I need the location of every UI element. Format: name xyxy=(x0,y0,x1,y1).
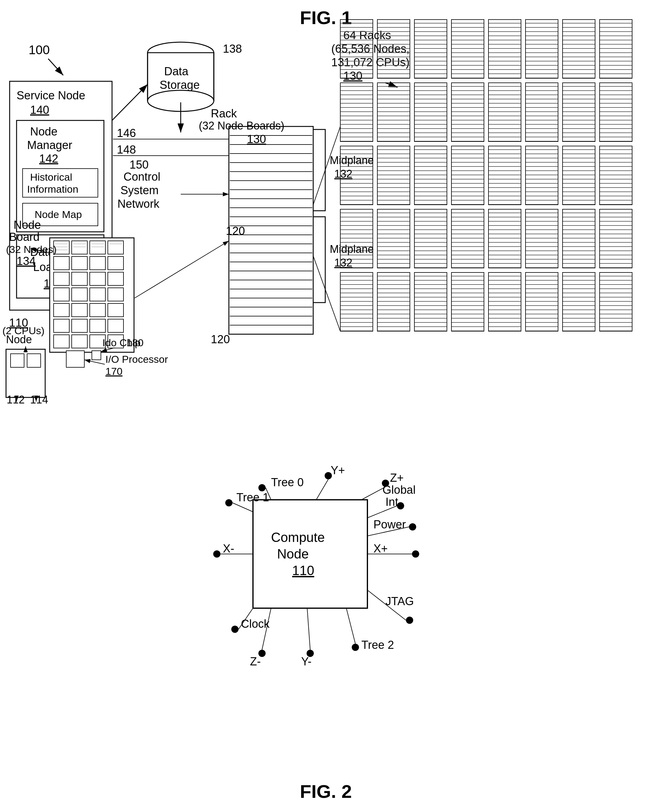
zplus-dot xyxy=(382,479,389,487)
ref-138-label: 138 xyxy=(223,43,242,55)
tree0-label: Tree 0 xyxy=(271,476,304,488)
ref-120-2: 120 xyxy=(211,333,230,346)
ref-140-label: 140 xyxy=(30,104,49,116)
midplane-upper-ref: 132 xyxy=(334,168,352,180)
svg-rect-22 xyxy=(489,83,521,142)
svg-line-120 xyxy=(313,127,340,205)
node-manager-text1: Node xyxy=(30,125,58,138)
control-sys-text3: Network xyxy=(118,197,160,210)
midplane-upper-bracket xyxy=(313,130,325,211)
svg-rect-14 xyxy=(489,20,521,78)
node-manager-box xyxy=(17,121,104,232)
hist-text2: Information xyxy=(27,183,78,195)
svg-rect-108 xyxy=(72,335,87,348)
svg-rect-37 xyxy=(452,209,484,268)
svg-rect-17 xyxy=(600,20,632,78)
node-map-box xyxy=(23,203,98,226)
zminus-label: Z- xyxy=(250,655,261,668)
svg-rect-75 xyxy=(53,241,69,254)
ref-144-label: 144 xyxy=(44,277,63,290)
svg-rect-89 xyxy=(90,256,105,270)
svg-rect-19 xyxy=(377,83,410,142)
data-storage-top xyxy=(148,42,214,63)
power-dot xyxy=(409,523,416,531)
zminus-dot xyxy=(258,650,266,657)
service-node-text: Service Node xyxy=(17,89,85,102)
globalint-dot xyxy=(397,502,404,510)
svg-rect-99 xyxy=(53,304,69,317)
svg-rect-43 xyxy=(377,272,410,331)
svg-rect-103 xyxy=(53,319,69,333)
racks-text1: 64 Racks xyxy=(343,29,391,41)
yminus-label: Y- xyxy=(301,655,312,668)
tree2-label: Tree 2 xyxy=(361,639,394,651)
svg-line-133 xyxy=(316,479,328,500)
svg-line-131 xyxy=(367,527,409,536)
svg-rect-87 xyxy=(53,256,69,270)
svg-line-134 xyxy=(367,506,397,518)
svg-rect-16 xyxy=(563,20,595,78)
svg-line-127 xyxy=(307,608,310,650)
ref-146: 146 xyxy=(117,127,136,139)
io-label: I/O Processor xyxy=(105,354,168,365)
globalint-label2: Int xyxy=(385,496,399,508)
svg-rect-11 xyxy=(377,20,410,78)
compute-node-text1: Compute xyxy=(271,530,325,545)
ref-100-label: 100 xyxy=(29,43,50,57)
svg-rect-32 xyxy=(563,146,595,205)
tree0-dot xyxy=(258,484,266,491)
svg-rect-92 xyxy=(72,272,87,285)
node-ref: 110 xyxy=(9,316,28,329)
svg-rect-95 xyxy=(53,288,69,301)
control-sys-text1: Control xyxy=(124,170,160,183)
ref-148: 148 xyxy=(117,143,136,156)
svg-rect-94 xyxy=(108,272,124,285)
svg-rect-15 xyxy=(525,20,558,78)
tree1-label: Tree 1 xyxy=(237,491,269,504)
racks-ref: 130 xyxy=(343,70,362,82)
svg-rect-96 xyxy=(72,288,87,301)
xminus-label: X- xyxy=(223,542,234,555)
control-sys-text2: System xyxy=(121,184,159,197)
diagram-svg: FIG. 1 100 Service Node 140 Node Manager… xyxy=(0,0,652,812)
nodeboard-box xyxy=(50,238,134,352)
svg-rect-38 xyxy=(489,209,521,268)
svg-rect-100 xyxy=(72,304,87,317)
nodeboard-label2: Board xyxy=(9,230,40,243)
jtag-dot xyxy=(406,617,413,624)
ido-chip-ref: 180 xyxy=(127,337,144,348)
ref-114: 114 xyxy=(30,394,48,406)
io-ref: 170 xyxy=(105,365,122,377)
svg-rect-36 xyxy=(414,209,447,268)
hist-text1: Historical xyxy=(30,171,72,183)
data-storage-text1: Data xyxy=(164,65,189,78)
xplus-label: X+ xyxy=(373,542,388,555)
svg-line-132 xyxy=(361,487,385,500)
data-storage-body xyxy=(148,53,214,101)
svg-rect-48 xyxy=(563,272,595,331)
yminus-dot xyxy=(307,650,314,657)
svg-line-8 xyxy=(385,83,397,87)
rack-ref: 130 xyxy=(247,133,266,145)
svg-line-128 xyxy=(346,608,355,644)
svg-rect-114 xyxy=(11,354,24,367)
svg-rect-109 xyxy=(90,335,105,348)
svg-rect-25 xyxy=(600,83,632,142)
yplus-label: Y+ xyxy=(331,464,345,476)
svg-line-129 xyxy=(367,590,406,620)
svg-rect-101 xyxy=(90,304,105,317)
db-loader-text1: Database xyxy=(30,246,79,258)
svg-line-123 xyxy=(232,503,253,512)
svg-rect-46 xyxy=(489,272,521,331)
data-storage-bottom xyxy=(148,90,214,111)
svg-rect-44 xyxy=(414,272,447,331)
svg-rect-49 xyxy=(600,272,632,331)
svg-rect-31 xyxy=(525,146,558,205)
midplane-upper-label: Midplane xyxy=(330,154,374,166)
compute-node-box xyxy=(253,500,367,608)
tree1-dot xyxy=(225,499,232,507)
diagram-container: FIG. 1 100 Service Node 140 Node Manager… xyxy=(0,0,652,812)
power-label: Power xyxy=(373,518,406,531)
svg-rect-105 xyxy=(90,319,105,333)
clock-dot xyxy=(231,626,238,633)
